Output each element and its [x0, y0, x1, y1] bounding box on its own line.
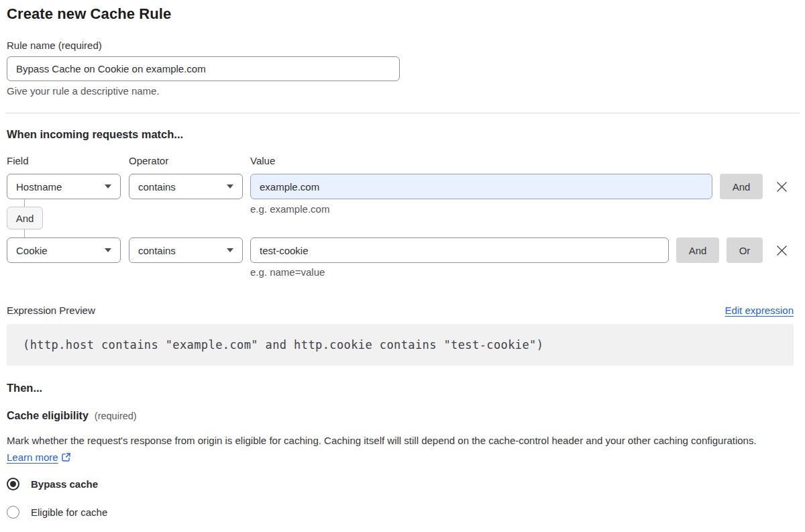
field-select-row2[interactable]: Cookie: [7, 237, 121, 263]
required-tag: (required): [95, 411, 137, 421]
cache-eligibility-description: Mark whether the request's response from…: [7, 433, 780, 466]
cache-eligibility-heading-row: Cache eligibility (required): [7, 410, 137, 422]
value-input-row2[interactable]: [250, 237, 669, 263]
cache-eligibility-heading: Cache eligibility: [7, 410, 89, 422]
column-label-operator: Operator: [129, 155, 168, 166]
column-label-field: Field: [7, 155, 29, 166]
edit-expression-link[interactable]: Edit expression: [724, 305, 794, 316]
remove-row2-button[interactable]: [770, 237, 793, 263]
expression-code: (http.host contains "example.com" and ht…: [23, 338, 543, 352]
field-select-row1-value: Hostname: [16, 181, 62, 193]
radio-option-eligible-for-cache[interactable]: Eligible for cache: [7, 506, 107, 519]
external-link-icon: [61, 452, 71, 462]
radio-option-label: Eligible for cache: [31, 507, 107, 518]
operator-select-row1[interactable]: contains: [129, 174, 243, 199]
operator-select-row2[interactable]: contains: [129, 237, 243, 263]
remove-row1-button[interactable]: [770, 174, 793, 199]
match-heading: When incoming requests match...: [7, 128, 183, 141]
column-label-value: Value: [250, 155, 275, 166]
description-text: Mark whether the request's response from…: [7, 435, 757, 446]
expression-preview-box: (http.host contains "example.com" and ht…: [7, 324, 794, 366]
chevron-down-icon: [105, 184, 111, 189]
operator-select-row1-value: contains: [138, 181, 176, 193]
then-heading: Then...: [7, 382, 42, 394]
and-button-row1[interactable]: And: [720, 174, 763, 199]
radio-option-label: Bypass cache: [31, 478, 98, 490]
page-title: Create new Cache Rule: [7, 5, 171, 23]
close-icon: [775, 244, 788, 257]
chevron-down-icon: [105, 248, 111, 252]
value-helper-row1: e.g. example.com: [250, 203, 329, 215]
field-select-row2-value: Cookie: [16, 245, 48, 256]
or-button-row2[interactable]: Or: [727, 237, 763, 263]
connector-and-button[interactable]: And: [7, 207, 43, 229]
expression-preview-label: Expression Preview: [7, 305, 95, 316]
learn-more-link[interactable]: Learn more: [7, 451, 58, 463]
rule-name-input[interactable]: [7, 56, 400, 81]
operator-select-row2-value: contains: [138, 245, 176, 256]
radio-option-bypass-cache[interactable]: Bypass cache: [7, 478, 98, 490]
value-input-row1[interactable]: [250, 174, 712, 199]
chevron-down-icon: [227, 248, 233, 252]
section-divider: [5, 113, 800, 113]
radio-button-icon[interactable]: [7, 506, 19, 519]
value-helper-row2: e.g. name=value: [250, 266, 325, 278]
chevron-down-icon: [227, 184, 233, 189]
rule-name-helper: Give your rule a descriptive name.: [7, 85, 160, 97]
close-icon: [775, 180, 788, 193]
rule-name-label: Rule name (required): [7, 40, 102, 51]
field-select-row1[interactable]: Hostname: [7, 174, 121, 199]
radio-button-icon[interactable]: [7, 478, 19, 490]
and-button-row2[interactable]: And: [676, 237, 719, 263]
